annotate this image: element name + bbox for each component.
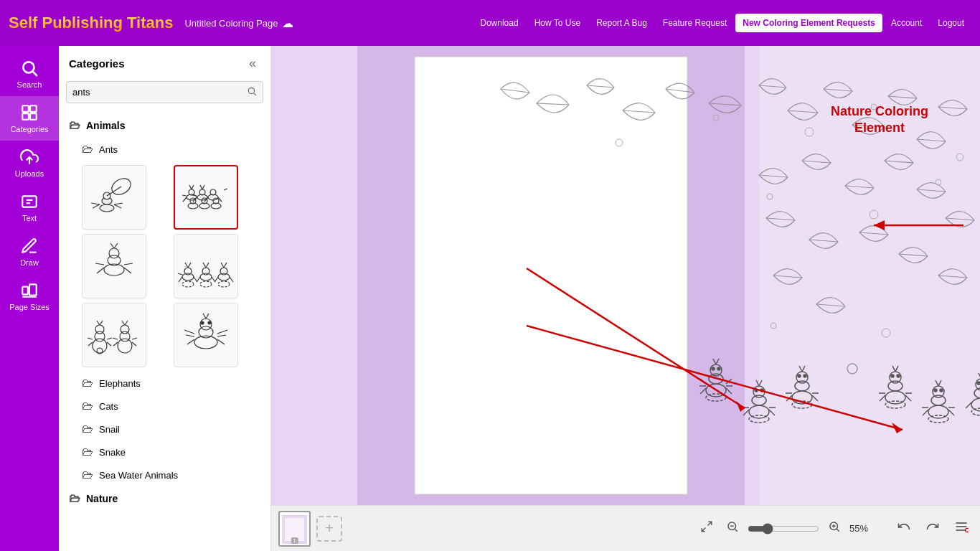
svg-line-195 bbox=[905, 395, 911, 401]
nav-how-to-use[interactable]: How To Use bbox=[527, 14, 588, 32]
svg-point-147 bbox=[936, 179, 941, 185]
svg-line-225 bbox=[527, 326, 903, 430]
add-page-button[interactable]: + bbox=[316, 516, 342, 542]
svg-line-52 bbox=[124, 268, 131, 273]
page-sizes-icon bbox=[20, 281, 39, 300]
svg-line-120 bbox=[759, 85, 786, 88]
redo-button[interactable] bbox=[921, 518, 944, 539]
search-submit-button[interactable] bbox=[241, 82, 263, 103]
search-input[interactable] bbox=[67, 83, 241, 102]
folder-icon-snail: 🗁 bbox=[82, 423, 93, 435]
nav-links: Download How To Use Report A Bug Feature… bbox=[473, 14, 971, 32]
collapse-button[interactable]: « bbox=[245, 55, 260, 72]
svg-line-115 bbox=[537, 103, 569, 105]
svg-rect-11 bbox=[29, 284, 37, 295]
svg-line-136 bbox=[899, 254, 928, 256]
svg-line-70 bbox=[188, 263, 191, 268]
svg-line-87 bbox=[100, 321, 103, 325]
svg-line-85 bbox=[107, 338, 112, 339]
category-animals[interactable]: 🗁 Animals bbox=[59, 113, 270, 138]
ant-thumb-6[interactable] bbox=[174, 303, 238, 367]
zoom-value-display: 55% bbox=[849, 523, 878, 534]
category-snake[interactable]: 🗁 Snake bbox=[59, 441, 270, 463]
ant-thumb-5[interactable] bbox=[82, 303, 146, 367]
svg-point-190 bbox=[890, 372, 901, 383]
nav-feature-request[interactable]: Feature Request bbox=[656, 14, 734, 32]
svg-point-163 bbox=[706, 394, 726, 401]
zoom-out-button[interactable] bbox=[722, 519, 743, 538]
svg-line-21 bbox=[114, 203, 123, 204]
nav-new-requests[interactable]: New Coloring Element Requests bbox=[735, 14, 882, 32]
svg-line-210 bbox=[938, 380, 941, 386]
ant-thumb-1[interactable] bbox=[82, 165, 146, 230]
svg-line-31 bbox=[182, 195, 187, 196]
svg-line-36 bbox=[189, 185, 192, 189]
svg-point-177 bbox=[795, 381, 809, 391]
panel-title: Categories bbox=[69, 57, 125, 70]
svg-rect-7 bbox=[22, 196, 37, 207]
sidebar-item-search[interactable]: Search bbox=[0, 52, 59, 96]
svg-line-63 bbox=[178, 273, 182, 275]
page-title: Untitled Coloring Page bbox=[184, 18, 278, 29]
category-elephants[interactable]: 🗁 Elephants bbox=[59, 372, 270, 395]
svg-point-79 bbox=[95, 331, 105, 342]
svg-line-133 bbox=[766, 218, 795, 220]
svg-line-183 bbox=[812, 395, 818, 401]
fit-screen-button[interactable] bbox=[696, 519, 717, 538]
sidebar-item-text[interactable]: Text bbox=[0, 185, 59, 230]
svg-line-101 bbox=[186, 335, 194, 336]
folder-icon-elephants: 🗁 bbox=[82, 377, 93, 390]
text-icon bbox=[20, 192, 39, 211]
svg-line-181 bbox=[786, 395, 792, 401]
svg-line-92 bbox=[113, 338, 118, 339]
nav-logout[interactable]: Logout bbox=[930, 14, 971, 32]
menu-button[interactable] bbox=[950, 518, 973, 539]
svg-point-179 bbox=[798, 375, 801, 377]
svg-line-234 bbox=[735, 529, 737, 531]
category-animals-label: Animals bbox=[86, 120, 125, 131]
svg-point-77 bbox=[218, 281, 230, 287]
svg-line-69 bbox=[185, 263, 188, 268]
category-sea-water-animals[interactable]: 🗁 Sea Water Animals bbox=[59, 463, 270, 486]
undo-button[interactable] bbox=[892, 518, 915, 539]
sidebar-item-draw[interactable]: Draw bbox=[0, 230, 59, 274]
category-cats[interactable]: 🗁 Cats bbox=[59, 395, 270, 418]
svg-line-139 bbox=[816, 304, 845, 306]
category-ants[interactable]: 🗁 Ants bbox=[59, 138, 270, 161]
svg-line-118 bbox=[666, 89, 694, 93]
sidebar-item-uploads[interactable]: Uploads bbox=[0, 141, 59, 185]
sidebar-item-categories[interactable]: Categories bbox=[0, 96, 59, 141]
svg-point-176 bbox=[792, 391, 812, 404]
nav-report-bug[interactable]: Report A Bug bbox=[589, 14, 654, 32]
category-nature[interactable]: 🗁 Nature bbox=[59, 486, 270, 511]
ant-thumb-3[interactable] bbox=[82, 234, 146, 298]
svg-line-20 bbox=[114, 204, 121, 208]
svg-line-106 bbox=[203, 314, 206, 319]
svg-point-213 bbox=[974, 388, 980, 398]
svg-line-50 bbox=[97, 268, 104, 273]
svg-point-154 bbox=[717, 367, 720, 370]
zoom-in-button[interactable] bbox=[824, 519, 845, 538]
zoom-slider[interactable] bbox=[748, 523, 819, 534]
nav-download[interactable]: Download bbox=[473, 14, 525, 32]
category-elephants-label: Elephants bbox=[99, 378, 141, 389]
svg-point-148 bbox=[882, 329, 890, 337]
sidebar-item-page-sizes[interactable]: Page Sizes bbox=[0, 274, 59, 319]
page-thumbnail-1[interactable]: 1 bbox=[278, 511, 311, 547]
ant-thumb-2[interactable] bbox=[174, 165, 238, 230]
svg-line-157 bbox=[700, 379, 706, 384]
svg-point-146 bbox=[870, 210, 878, 219]
svg-line-73 bbox=[221, 263, 224, 268]
svg-point-49 bbox=[109, 248, 119, 258]
ant-thumb-4[interactable] bbox=[174, 234, 238, 298]
svg-line-134 bbox=[809, 240, 838, 242]
svg-point-221 bbox=[971, 408, 980, 415]
category-snail[interactable]: 🗁 Snail bbox=[59, 418, 270, 441]
svg-point-108 bbox=[201, 321, 204, 324]
svg-line-121 bbox=[788, 110, 818, 113]
svg-point-75 bbox=[182, 281, 194, 287]
category-ants-label: Ants bbox=[99, 144, 118, 155]
sidebar-page-sizes-label: Page Sizes bbox=[9, 303, 50, 311]
svg-point-200 bbox=[928, 405, 948, 418]
nav-account[interactable]: Account bbox=[884, 14, 929, 32]
